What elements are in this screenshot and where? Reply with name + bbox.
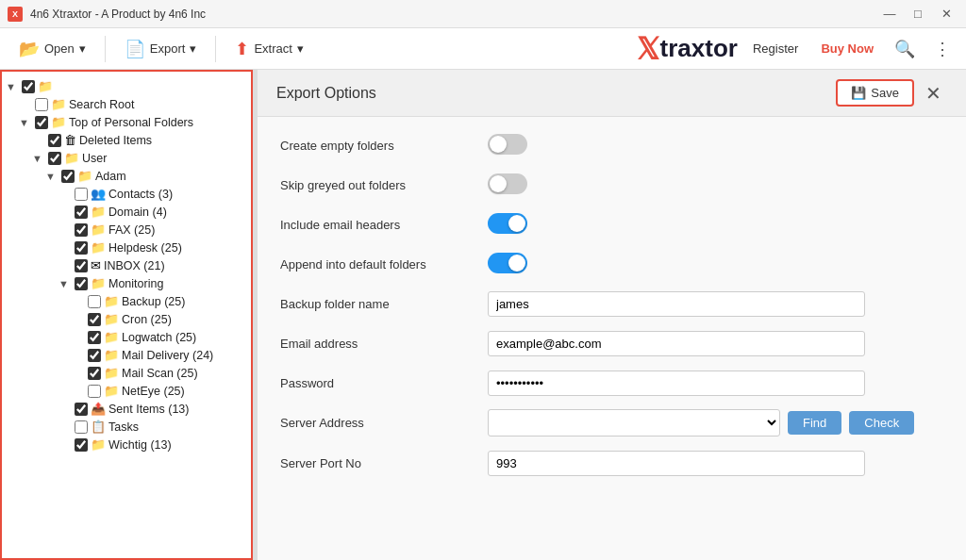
toggle-monitoring[interactable]: ▼ <box>58 278 72 289</box>
checkbox-backup[interactable] <box>88 295 101 308</box>
find-button[interactable]: Find <box>788 411 841 435</box>
label-top-personal: Top of Personal Folders <box>69 116 193 129</box>
save-button[interactable]: 💾 Save <box>836 79 914 107</box>
checkbox-top-personal[interactable] <box>35 116 48 129</box>
tree-item-mail-delivery[interactable]: 📁 Mail Delivery (24) <box>2 346 251 364</box>
open-button[interactable]: 📂 Open ▾ <box>9 34 95 64</box>
toggle-skip-greyed-switch[interactable] <box>488 173 527 194</box>
brand-logo: 𝕏 traxtor <box>636 31 738 67</box>
server-port-input[interactable] <box>488 451 865 476</box>
tree-item-monitoring[interactable]: ▼ 📁 Monitoring <box>2 274 251 292</box>
folder-icon-contacts: 👥 <box>91 187 106 201</box>
checkbox-inbox[interactable] <box>75 259 88 272</box>
tree-item-deleted[interactable]: 🗑 Deleted Items <box>2 131 251 149</box>
checkbox-logwatch[interactable] <box>88 331 101 344</box>
folder-icon-inbox: ✉ <box>91 258 101 272</box>
checkbox-monitoring[interactable] <box>75 277 88 290</box>
folder-icon-top-personal: 📁 <box>51 115 66 129</box>
register-link[interactable]: Register <box>745 38 806 59</box>
toggle-adam[interactable]: ▼ <box>45 171 58 182</box>
checkbox-mail-scan[interactable] <box>88 367 101 380</box>
toggle-deleted <box>32 135 45 146</box>
tree-item-cron[interactable]: 📁 Cron (25) <box>2 310 251 328</box>
tree-item-contacts[interactable]: 👥 Contacts (3) <box>2 185 251 203</box>
export-button[interactable]: 📄 Export ▾ <box>115 34 207 64</box>
buy-now-link[interactable]: Buy Now <box>813 38 881 59</box>
label-create-empty: Create empty folders <box>280 139 488 153</box>
checkbox-root[interactable] <box>22 80 35 93</box>
tree-item-search-root[interactable]: 📁 Search Root <box>2 95 251 113</box>
maximize-button[interactable]: □ <box>906 4 930 25</box>
toolbar: 📂 Open ▾ 📄 Export ▾ ⬆ Extract ▾ 𝕏 traxto… <box>0 28 966 70</box>
option-server-port: Server Port No <box>280 450 943 476</box>
checkbox-wichtig[interactable] <box>75 438 88 452</box>
toggle-append-default[interactable] <box>488 253 943 276</box>
tree-item-helpdesk[interactable]: 📁 Helpdesk (25) <box>2 239 251 256</box>
tree-item-domain[interactable]: 📁 Domain (4) <box>2 203 251 221</box>
tree-item-fax[interactable]: 📁 FAX (25) <box>2 221 251 239</box>
minimize-button[interactable]: — <box>877 4 902 25</box>
app-icon: X <box>8 7 23 22</box>
close-export-button[interactable]: ✕ <box>920 79 947 107</box>
toggle-include-headers-switch[interactable] <box>488 213 527 234</box>
checkbox-mail-delivery[interactable] <box>88 349 101 362</box>
checkbox-contacts[interactable] <box>75 188 88 201</box>
checkbox-tasks[interactable] <box>75 420 88 434</box>
folder-icon-root: 📁 <box>38 79 53 93</box>
checkbox-search-root[interactable] <box>35 98 48 111</box>
folder-icon-helpdesk: 📁 <box>91 240 106 255</box>
server-port-control <box>488 451 943 476</box>
tree-item-logwatch[interactable]: 📁 Logwatch (25) <box>2 328 251 346</box>
separator-2 <box>215 36 216 62</box>
toggle-skip-greyed[interactable] <box>488 173 943 197</box>
menu-button[interactable]: ⋮ <box>928 35 957 63</box>
open-dropdown-icon: ▾ <box>79 41 86 56</box>
tree-item-wichtig[interactable]: 📁 Wichtig (13) <box>2 436 251 453</box>
tree-item-tasks[interactable]: 📋 Tasks <box>2 418 251 436</box>
export-actions: 💾 Save ✕ <box>836 79 947 107</box>
label-mail-scan: Mail Scan (25) <box>122 367 198 380</box>
checkbox-fax[interactable] <box>75 223 88 237</box>
label-email-address: Email address <box>280 337 488 351</box>
checkbox-helpdesk[interactable] <box>75 241 88 255</box>
toggle-append-switch[interactable] <box>488 253 527 273</box>
checkbox-neteye[interactable] <box>88 385 101 398</box>
checkbox-deleted[interactable] <box>48 134 61 147</box>
tree-item-mail-scan[interactable]: 📁 Mail Scan (25) <box>2 364 251 382</box>
checkbox-cron[interactable] <box>88 313 101 326</box>
tree-item-backup[interactable]: 📁 Backup (25) <box>2 292 251 310</box>
folder-icon-adam: 📁 <box>77 169 92 183</box>
toggle-contacts <box>58 189 72 200</box>
toggle-root[interactable]: ▼ <box>6 81 19 92</box>
tree-item-adam[interactable]: ▼ 📁 Adam <box>2 167 251 185</box>
backup-folder-input[interactable] <box>488 291 865 317</box>
label-append-default: Append into default folders <box>280 257 488 272</box>
toggle-knob-4 <box>508 255 525 272</box>
toggle-create-empty-switch[interactable] <box>488 134 527 155</box>
password-input[interactable] <box>488 371 865 396</box>
label-domain: Domain (4) <box>108 206 167 219</box>
toggle-user[interactable]: ▼ <box>32 153 45 164</box>
toggle-knob-3 <box>508 215 525 232</box>
tree-item-neteye[interactable]: 📁 NetEye (25) <box>2 382 251 400</box>
checkbox-sent-items[interactable] <box>75 403 88 416</box>
tree-item-top-personal[interactable]: ▼ 📁 Top of Personal Folders <box>2 113 251 131</box>
checkbox-adam[interactable] <box>61 170 75 183</box>
server-address-select[interactable] <box>488 409 780 436</box>
toggle-include-headers[interactable] <box>488 213 943 237</box>
tree-item-sent-items[interactable]: 📤 Sent Items (13) <box>2 400 251 418</box>
tree-item-user[interactable]: ▼ 📁 User <box>2 149 251 167</box>
label-neteye: NetEye (25) <box>122 385 185 398</box>
check-button[interactable]: Check <box>849 411 914 435</box>
checkbox-user[interactable] <box>48 152 61 165</box>
search-toolbar-button[interactable]: 🔍 <box>889 35 921 63</box>
close-button[interactable]: ✕ <box>934 4 958 25</box>
email-address-input[interactable] <box>488 331 865 356</box>
tree-item-root[interactable]: ▼ 📁 <box>2 77 251 95</box>
extract-button[interactable]: ⬆ Extract ▾ <box>225 34 312 64</box>
export-label: Export <box>150 41 186 56</box>
tree-item-inbox[interactable]: ✉ INBOX (21) <box>2 256 251 274</box>
toggle-create-empty[interactable] <box>488 134 943 157</box>
checkbox-domain[interactable] <box>75 206 88 219</box>
toggle-top-personal[interactable]: ▼ <box>19 117 32 128</box>
